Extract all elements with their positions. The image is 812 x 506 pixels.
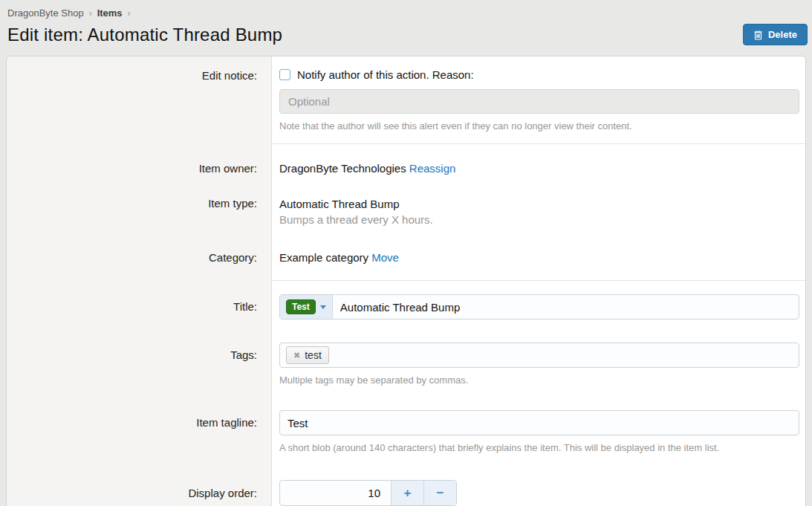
- item-owner-label: Item owner:: [7, 144, 272, 175]
- display-order-stepper: + −: [279, 480, 457, 506]
- move-link[interactable]: Move: [371, 251, 399, 264]
- display-order-input[interactable]: [280, 481, 391, 505]
- breadcrumb-separator-icon: ›: [89, 8, 92, 19]
- breadcrumb-separator-icon: ›: [128, 8, 131, 19]
- display-order-row: Display order: + −: [7, 453, 805, 506]
- remove-tag-icon[interactable]: ✖: [293, 351, 300, 360]
- delete-button-label: Delete: [768, 29, 797, 40]
- tagline-hint: A short blob (around 140 characters) tha…: [279, 442, 799, 453]
- edit-notice-row: Edit notice: Notify author of this actio…: [7, 56, 805, 144]
- reassign-link[interactable]: Reassign: [409, 162, 456, 175]
- edit-notice-reason-input[interactable]: [279, 89, 799, 114]
- tagline-input-group: [279, 410, 799, 435]
- item-type-value: Automatic Thread Bump: [279, 197, 799, 212]
- item-owner-row: Item owner: DragonByte Technologies Reas…: [7, 144, 805, 175]
- page-title: Edit item: Automatic Thread Bump: [7, 25, 282, 45]
- category-row: Category: Example category Move: [7, 227, 805, 281]
- edit-notice-hint: Note that the author will see this alert…: [279, 120, 799, 132]
- page-header: DragonByte Shop › Items › Edit item: Aut…: [0, 0, 812, 56]
- tag-chip: ✖ test: [286, 346, 329, 364]
- title-input-group: Test: [279, 294, 799, 320]
- display-order-label: Display order:: [7, 453, 272, 506]
- breadcrumb-root-link[interactable]: DragonByte Shop: [7, 7, 84, 19]
- category-value: Example category: [279, 251, 368, 264]
- increment-button[interactable]: +: [391, 481, 423, 505]
- item-owner-value: DragonByte Technologies: [279, 162, 406, 175]
- trash-icon: [753, 30, 763, 40]
- tagline-label: Item tagline:: [7, 386, 272, 453]
- title-label: Title:: [7, 281, 272, 320]
- delete-button[interactable]: Delete: [743, 24, 808, 45]
- tagline-input[interactable]: [280, 411, 799, 435]
- edit-notice-label: Edit notice:: [7, 56, 272, 144]
- prefix-selector[interactable]: Test: [280, 295, 333, 319]
- plus-icon: +: [404, 486, 412, 501]
- chevron-down-icon: [320, 305, 326, 309]
- tags-hint: Multiple tags may be separated by commas…: [279, 374, 799, 386]
- tags-row: Tags: ✖ test Multiple tags may be separa…: [7, 320, 805, 386]
- item-type-row: Item type: Automatic Thread Bump Bumps a…: [7, 175, 805, 227]
- item-type-label: Item type:: [7, 175, 272, 227]
- breadcrumb-items-link[interactable]: Items: [97, 7, 123, 19]
- breadcrumb: DragonByte Shop › Items ›: [7, 7, 808, 19]
- tags-label: Tags:: [7, 320, 272, 386]
- category-label: Category:: [7, 227, 272, 281]
- tagline-row: Item tagline: A short blob (around 140 c…: [7, 386, 805, 453]
- title-row: Title: Test: [7, 281, 805, 320]
- tag-chip-label: test: [305, 349, 322, 361]
- prefix-badge: Test: [286, 299, 316, 314]
- notify-author-checkbox-label[interactable]: Notify author of this action. Reason:: [297, 68, 474, 81]
- title-input[interactable]: [333, 295, 799, 319]
- item-type-description: Bumps a thread every X hours.: [279, 212, 799, 227]
- notify-author-checkbox[interactable]: [279, 69, 290, 80]
- minus-icon: −: [437, 486, 444, 501]
- decrement-button[interactable]: −: [423, 481, 456, 505]
- tags-input[interactable]: ✖ test: [279, 343, 799, 368]
- edit-item-form: Edit notice: Notify author of this actio…: [6, 56, 806, 506]
